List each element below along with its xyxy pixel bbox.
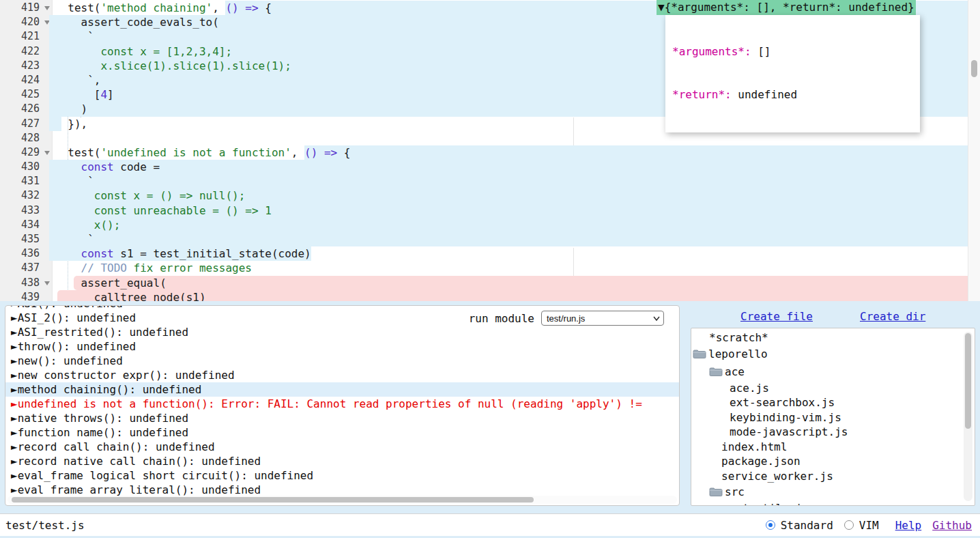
- help-link[interactable]: Help: [895, 519, 922, 532]
- line-number[interactable]: 422: [0, 44, 52, 59]
- test-result-row[interactable]: ►record call chain(): undefined: [5, 440, 679, 454]
- line-number[interactable]: 430: [0, 160, 52, 174]
- code-line[interactable]: 438 assert_equal(: [0, 276, 968, 290]
- tree-scrollbar-thumb[interactable]: [965, 333, 971, 429]
- code-line-content: const x = () => null();: [52, 188, 968, 203]
- tree-file-row[interactable]: index.html: [691, 440, 975, 455]
- fold-arrow-icon[interactable]: [44, 281, 50, 288]
- results-hscrollbar-thumb[interactable]: [12, 497, 534, 502]
- standard-radio-label[interactable]: Standard: [781, 519, 833, 532]
- vim-radio-label[interactable]: VIM: [859, 519, 879, 532]
- line-number[interactable]: 431: [0, 174, 52, 188]
- line-number[interactable]: 429: [0, 145, 52, 160]
- standard-radio[interactable]: [766, 520, 775, 530]
- create-file-link[interactable]: Create file: [740, 310, 813, 323]
- code-text: // TODO fix error messages: [55, 261, 252, 274]
- expand-arrow-icon[interactable]: ►: [11, 397, 18, 410]
- line-number[interactable]: 420: [0, 15, 52, 29]
- line-number[interactable]: 438: [0, 276, 52, 290]
- test-result-row[interactable]: ►method chaining(): undefined: [5, 382, 679, 397]
- code-line[interactable]: 432 const x = () => null();: [0, 188, 968, 203]
- code-line[interactable]: 437 // TODO fix error messages: [0, 261, 968, 275]
- test-result-row[interactable]: ►function name(): undefined: [5, 425, 679, 440]
- tree-file-row[interactable]: package.json: [691, 454, 975, 469]
- line-number[interactable]: 426: [0, 102, 52, 116]
- expand-arrow-icon[interactable]: ►: [11, 426, 18, 439]
- expand-arrow-icon[interactable]: ►: [11, 354, 18, 367]
- tree-file-row[interactable]: ace.js: [691, 381, 975, 396]
- fold-arrow-icon[interactable]: [44, 6, 50, 13]
- test-result-row[interactable]: ►ASI_restrited(): undefined: [5, 325, 679, 339]
- line-number[interactable]: 427: [0, 117, 52, 131]
- test-result-row[interactable]: ►native throws(): undefined: [5, 411, 679, 425]
- code-line[interactable]: 435 `: [0, 232, 968, 246]
- line-number[interactable]: 439: [0, 290, 52, 301]
- tree-file-row[interactable]: ext-searchbox.js: [691, 395, 975, 410]
- test-result-row[interactable]: ►undefined is not a function(): Error: F…: [5, 397, 679, 411]
- expand-arrow-icon[interactable]: ►: [11, 326, 18, 339]
- line-number[interactable]: 425: [0, 87, 52, 102]
- line-number[interactable]: 428: [0, 131, 52, 145]
- code-line[interactable]: 431 `: [0, 174, 968, 188]
- tree-file-row[interactable]: keybinding-vim.js: [691, 410, 975, 425]
- expand-arrow-icon[interactable]: ►: [11, 306, 18, 310]
- tooltip-row[interactable]: *return*: undefined: [672, 87, 913, 102]
- github-link[interactable]: Github: [932, 519, 972, 532]
- tree-folder-row[interactable]: leporello: [691, 345, 975, 363]
- test-result-row[interactable]: ►eval_frame logical short circuit(): und…: [5, 468, 679, 483]
- expand-arrow-icon[interactable]: ►: [11, 483, 18, 496]
- code-line[interactable]: 433 const unreachable = () => 1: [0, 203, 968, 218]
- line-number[interactable]: 437: [0, 261, 52, 275]
- file-tree-header: Create file Create dir: [691, 305, 975, 328]
- tree-file-row[interactable]: service_worker.js: [691, 469, 975, 484]
- expand-arrow-icon[interactable]: ►: [11, 469, 18, 482]
- tooltip-row[interactable]: *arguments*: []: [672, 44, 913, 59]
- expand-arrow-icon[interactable]: ►: [11, 440, 18, 453]
- line-number[interactable]: 435: [0, 232, 52, 246]
- code-text: const unreachable = () => 1: [55, 204, 272, 217]
- code-line-content: const s1 = test_initial_state(code): [52, 246, 968, 261]
- expand-arrow-icon[interactable]: ►: [11, 369, 18, 382]
- create-dir-link[interactable]: Create dir: [860, 310, 925, 323]
- code-line[interactable]: 434 x();: [0, 218, 968, 232]
- expand-arrow-icon[interactable]: ►: [11, 455, 18, 468]
- code-line[interactable]: 428: [0, 131, 968, 145]
- fold-arrow-icon[interactable]: [44, 151, 50, 158]
- test-result-row[interactable]: ►record native call chain(): undefined: [5, 454, 679, 468]
- line-number[interactable]: 433: [0, 203, 52, 218]
- test-result-row[interactable]: ►new(): undefined: [5, 354, 679, 368]
- tree-folder-row[interactable]: src: [691, 483, 975, 501]
- editor-scrollbar-track[interactable]: [968, 0, 980, 301]
- tree-scrollbar-track[interactable]: [964, 332, 972, 501]
- test-result-row-clipped[interactable]: ►ASI(): undefined: [5, 306, 679, 311]
- vim-radio[interactable]: [844, 520, 854, 530]
- expand-arrow-icon[interactable]: ►: [11, 340, 18, 353]
- editor-scrollbar-thumb[interactable]: [971, 60, 977, 77]
- code-line-content: const code =: [52, 160, 968, 174]
- test-result-row[interactable]: ►new constructor expr(): undefined: [5, 368, 679, 382]
- code-line[interactable]: 439 calltree_node(s1): [0, 290, 968, 301]
- expand-arrow-icon[interactable]: ►: [11, 383, 18, 396]
- line-number[interactable]: 424: [0, 73, 52, 87]
- line-number[interactable]: 436: [0, 246, 52, 261]
- line-number[interactable]: 423: [0, 59, 52, 73]
- expand-arrow-icon[interactable]: ►: [11, 311, 18, 324]
- code-text: `: [55, 30, 94, 43]
- tree-file-row[interactable]: mode-javascript.js: [691, 425, 975, 440]
- line-number[interactable]: 432: [0, 188, 52, 203]
- line-number[interactable]: 421: [0, 29, 52, 44]
- run-module-select[interactable]: test/run.js: [541, 311, 664, 326]
- test-result-row[interactable]: ►eval_frame array_literal(): undefined: [5, 483, 679, 497]
- tree-folder-row[interactable]: ace: [691, 363, 975, 381]
- tooltip-header[interactable]: ▼{*arguments*: [], *return*: undefined}: [657, 0, 916, 15]
- code-line[interactable]: 430 const code =: [0, 160, 968, 174]
- tree-file-row[interactable]: ast_utils.js: [691, 501, 975, 506]
- code-line[interactable]: 429 test('undefined is not a function', …: [0, 145, 968, 160]
- line-number[interactable]: 419: [0, 1, 52, 15]
- code-line[interactable]: 436 const s1 = test_initial_state(code): [0, 246, 968, 261]
- results-hscrollbar-track[interactable]: [8, 496, 677, 504]
- tree-file-row[interactable]: *scratch*: [691, 330, 975, 345]
- test-result-row[interactable]: ►throw(): undefined: [5, 339, 679, 354]
- line-number[interactable]: 434: [0, 218, 52, 232]
- expand-arrow-icon[interactable]: ►: [11, 412, 18, 425]
